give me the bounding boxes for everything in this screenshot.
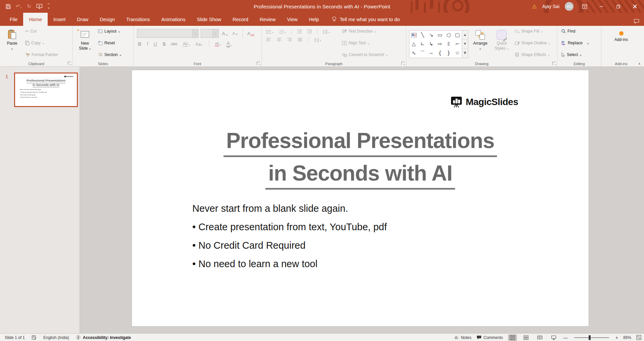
bullets-button[interactable] bbox=[265, 29, 275, 34]
clipboard-dialog-launcher[interactable] bbox=[68, 62, 71, 65]
tab-review[interactable]: Review bbox=[254, 13, 282, 26]
shape-elbow-arrow-connector-icon[interactable]: ↳ bbox=[427, 40, 436, 49]
section-button[interactable]: Section bbox=[96, 51, 123, 58]
gallery-more-icon[interactable]: ▼ bbox=[462, 48, 468, 57]
font-dialog-launcher[interactable] bbox=[257, 62, 260, 65]
zoom-level[interactable]: 85% bbox=[623, 335, 631, 340]
gallery-scroll-up-icon[interactable]: ▲ bbox=[462, 31, 468, 39]
shape-elbow-connector-icon[interactable]: ∟ bbox=[418, 40, 427, 49]
fit-to-window-icon[interactable] bbox=[636, 335, 641, 340]
drawing-dialog-launcher[interactable] bbox=[552, 62, 556, 65]
font-color-button[interactable]: A bbox=[226, 41, 233, 47]
slide-thumbnail-panel[interactable]: 1 MagicSlides Professional Presentations… bbox=[0, 67, 80, 333]
find-button[interactable]: Find bbox=[559, 28, 591, 35]
accessibility-status[interactable]: Accessibility: Investigate bbox=[76, 335, 131, 340]
slide-indicator[interactable]: Slide 1 of 1 bbox=[5, 335, 25, 340]
new-slide-button[interactable]: ✦ NewSlide bbox=[74, 28, 96, 53]
shape-rectangle-icon[interactable]: ▭ bbox=[436, 31, 444, 40]
tab-transitions[interactable]: Transitions bbox=[120, 13, 155, 26]
ribbon-display-options-icon[interactable] bbox=[579, 0, 590, 13]
convert-to-smartart-button[interactable]: Convert to SmartArt bbox=[340, 51, 390, 58]
character-spacing-button[interactable]: AV bbox=[182, 41, 191, 47]
slide-show-view-button[interactable] bbox=[549, 334, 558, 341]
reading-view-button[interactable] bbox=[536, 334, 544, 341]
shape-right-arrow-icon[interactable]: ⇨ bbox=[436, 40, 444, 49]
replace-button[interactable]: abac Replace bbox=[559, 40, 591, 46]
save-icon[interactable] bbox=[6, 4, 11, 9]
decrease-indent-button[interactable] bbox=[296, 29, 303, 34]
collapse-ribbon-icon[interactable]: ∧ bbox=[638, 62, 641, 65]
slide-sorter-view-button[interactable] bbox=[522, 334, 531, 341]
layout-button[interactable]: Layout bbox=[96, 28, 123, 35]
align-left-button[interactable] bbox=[265, 38, 272, 42]
change-case-button[interactable]: Aa bbox=[195, 41, 204, 47]
avatar[interactable]: AS bbox=[565, 2, 574, 11]
redo-icon[interactable]: ↻ bbox=[27, 4, 31, 9]
comments-button[interactable]: Comments bbox=[477, 335, 503, 340]
warning-icon[interactable]: ⚠ bbox=[532, 3, 537, 10]
undo-icon[interactable]: ↶ bbox=[16, 4, 22, 9]
shape-scribble-icon[interactable]: ∿ bbox=[409, 49, 418, 58]
slide-thumbnail[interactable]: MagicSlides Professional Presentations i… bbox=[14, 72, 78, 107]
underline-button[interactable]: U bbox=[153, 41, 158, 47]
cut-button[interactable]: ✂Cut bbox=[23, 28, 60, 35]
minimize-button[interactable] bbox=[596, 0, 607, 13]
proofing-icon[interactable] bbox=[32, 335, 37, 340]
increase-font-size-button[interactable]: A▲ bbox=[221, 31, 229, 36]
text-direction-button[interactable]: A Text Direction bbox=[340, 28, 390, 35]
text-highlight-button[interactable]: ab bbox=[214, 41, 222, 47]
numbering-button[interactable] bbox=[278, 29, 287, 34]
tab-file[interactable]: File bbox=[4, 13, 23, 26]
customize-qat-icon[interactable] bbox=[48, 4, 50, 9]
normal-view-button[interactable] bbox=[508, 334, 517, 341]
tab-home[interactable]: Home bbox=[23, 13, 48, 26]
shape-rounded-rectangle-icon[interactable]: ▢ bbox=[453, 31, 462, 40]
decrease-font-size-button[interactable]: A▼ bbox=[231, 31, 239, 36]
shape-oval-icon[interactable]: ○ bbox=[444, 31, 453, 40]
shape-line-icon[interactable]: ╲ bbox=[418, 31, 427, 40]
start-slideshow-icon[interactable] bbox=[36, 4, 43, 9]
tab-insert[interactable]: Insert bbox=[48, 13, 71, 26]
tell-me-box[interactable]: Tell me what you want to do bbox=[332, 13, 400, 26]
notes-button[interactable]: Notes bbox=[454, 335, 471, 340]
slide-title[interactable]: Professional Presentations in Seconds wi… bbox=[132, 130, 589, 190]
close-button[interactable]: ✕ bbox=[629, 0, 641, 13]
font-size-combobox[interactable] bbox=[201, 29, 219, 38]
zoom-in-button[interactable]: + bbox=[615, 335, 618, 340]
zoom-slider-handle[interactable] bbox=[589, 335, 591, 340]
magicslides-logo[interactable]: MagicSlides bbox=[450, 96, 518, 108]
select-button[interactable]: Select bbox=[559, 51, 591, 58]
text-shadow-button[interactable]: S bbox=[161, 41, 166, 47]
tab-draw[interactable]: Draw bbox=[71, 13, 94, 26]
shape-star-icon[interactable]: ☆ bbox=[453, 49, 462, 58]
shape-curve-icon[interactable]: ～ bbox=[427, 49, 436, 58]
shape-right-brace-icon[interactable]: } bbox=[444, 49, 453, 58]
tab-record[interactable]: Record bbox=[227, 13, 254, 26]
justify-button[interactable] bbox=[296, 38, 303, 42]
format-painter-button[interactable]: Format Painter bbox=[23, 51, 60, 58]
tab-slide-show[interactable]: Slide Show bbox=[191, 13, 227, 26]
account-name[interactable]: Ajay Sai bbox=[542, 4, 559, 9]
shape-triangle-icon[interactable]: △ bbox=[409, 40, 418, 49]
language-status[interactable]: English (India) bbox=[43, 335, 69, 340]
tab-view[interactable]: View bbox=[281, 13, 303, 26]
arrange-button[interactable]: Arrange bbox=[469, 28, 491, 53]
shape-freeform-icon[interactable]: ⌐ bbox=[453, 40, 462, 49]
align-right-button[interactable] bbox=[286, 38, 293, 42]
increase-indent-button[interactable] bbox=[306, 29, 313, 34]
tab-animations[interactable]: Animations bbox=[156, 13, 191, 26]
slide-body[interactable]: Never start from a blank slide again. • … bbox=[192, 203, 589, 270]
paragraph-dialog-launcher[interactable] bbox=[401, 62, 405, 65]
zoom-out-button[interactable]: — bbox=[563, 335, 568, 340]
columns-button[interactable] bbox=[313, 37, 323, 42]
slide-canvas[interactable]: MagicSlides Professional Presentations i… bbox=[132, 70, 589, 326]
comments-bubble-icon[interactable] bbox=[634, 19, 639, 24]
copy-button[interactable]: Copy bbox=[23, 40, 60, 46]
clear-formatting-button[interactable]: A bbox=[246, 31, 255, 36]
shape-left-brace-icon[interactable]: { bbox=[436, 49, 444, 58]
line-spacing-button[interactable] bbox=[321, 29, 331, 34]
align-text-button[interactable]: Align Text bbox=[340, 40, 390, 46]
gallery-scroll-down-icon[interactable]: ▼ bbox=[462, 39, 468, 48]
shape-down-arrow-icon[interactable]: ⇩ bbox=[444, 40, 453, 49]
tab-design[interactable]: Design bbox=[94, 13, 120, 26]
